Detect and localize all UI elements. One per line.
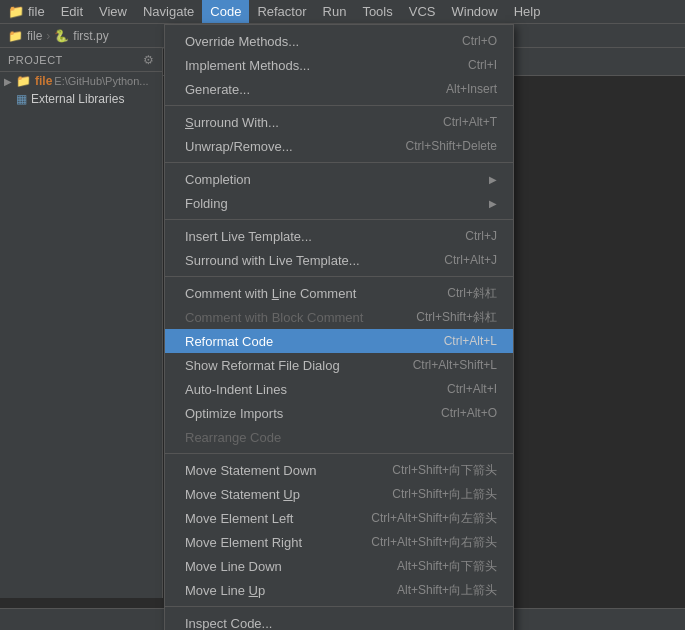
menu-item-label: Generate...: [185, 82, 250, 97]
menu-item-shortcut: Ctrl+I: [468, 58, 497, 72]
menu-item-move-element-right[interactable]: Move Element Right Ctrl+Alt+Shift+向右箭头: [165, 530, 513, 554]
menu-item-shortcut: Ctrl+Shift+向上箭头: [392, 486, 497, 503]
menu-item-move-line-down[interactable]: Move Line Down Alt+Shift+向下箭头: [165, 554, 513, 578]
menu-sep-1: [165, 105, 513, 106]
menu-item-auto-indent[interactable]: Auto-Indent Lines Ctrl+Alt+I: [165, 377, 513, 401]
menu-item-implement-methods[interactable]: Implement Methods... Ctrl+I: [165, 53, 513, 77]
menu-item-label: Unwrap/Remove...: [185, 139, 293, 154]
menu-sep-4: [165, 276, 513, 277]
menu-sep-5: [165, 453, 513, 454]
menu-item-folding[interactable]: Folding ▶: [165, 191, 513, 215]
menu-item-move-element-left[interactable]: Move Element Left Ctrl+Alt+Shift+向左箭头: [165, 506, 513, 530]
menu-item-shortcut: Ctrl+Alt+I: [447, 382, 497, 396]
menu-item-shortcut: Alt+Shift+向下箭头: [397, 558, 497, 575]
menu-item-shortcut: Alt+Insert: [446, 82, 497, 96]
menu-item-shortcut: Ctrl+Alt+Shift+L: [413, 358, 497, 372]
menu-item-label: Move Line Down: [185, 559, 282, 574]
menu-item-shortcut: Ctrl+Alt+Shift+向右箭头: [371, 534, 497, 551]
submenu-arrow-icon: ▶: [489, 198, 497, 209]
menu-sep-3: [165, 219, 513, 220]
menu-item-label: Surround With...: [185, 115, 279, 130]
menu-item-label: Reformat Code: [185, 334, 273, 349]
menu-item-override-methods[interactable]: Override Methods... Ctrl+O: [165, 29, 513, 53]
menu-item-shortcut: Ctrl+Shift+Delete: [406, 139, 497, 153]
menu-item-label: Implement Methods...: [185, 58, 310, 73]
menu-item-show-reformat-dialog[interactable]: Show Reformat File Dialog Ctrl+Alt+Shift…: [165, 353, 513, 377]
menu-item-shortcut: Ctrl+Alt+J: [444, 253, 497, 267]
menu-item-surround-with[interactable]: Surround With... Ctrl+Alt+T: [165, 110, 513, 134]
menu-item-inspect-code[interactable]: Inspect Code...: [165, 611, 513, 630]
menu-item-label: Completion: [185, 172, 251, 187]
menu-item-shortcut: Ctrl+Alt+T: [443, 115, 497, 129]
menu-item-rearrange-code: Rearrange Code: [165, 425, 513, 449]
menu-item-shortcut: Ctrl+Alt+Shift+向左箭头: [371, 510, 497, 527]
menu-item-shortcut: Ctrl+O: [462, 34, 497, 48]
menu-item-label: Folding: [185, 196, 228, 211]
menu-item-label: Auto-Indent Lines: [185, 382, 287, 397]
menu-item-shortcut: Ctrl+Shift+斜杠: [416, 309, 497, 326]
menu-item-label: Move Element Right: [185, 535, 302, 550]
menu-item-insert-live-template[interactable]: Insert Live Template... Ctrl+J: [165, 224, 513, 248]
menu-item-surround-live-template[interactable]: Surround with Live Template... Ctrl+Alt+…: [165, 248, 513, 272]
menu-item-shortcut: Ctrl+J: [465, 229, 497, 243]
menu-item-move-statement-up[interactable]: Move Statement Up Ctrl+Shift+向上箭头: [165, 482, 513, 506]
menu-item-label: Optimize Imports: [185, 406, 283, 421]
menu-sep-2: [165, 162, 513, 163]
menu-item-shortcut: Ctrl+Alt+L: [444, 334, 497, 348]
menu-item-label: Move Statement Down: [185, 463, 317, 478]
menu-item-label: Rearrange Code: [185, 430, 281, 445]
menu-item-label: Surround with Live Template...: [185, 253, 360, 268]
menu-item-label: Insert Live Template...: [185, 229, 312, 244]
menu-item-generate[interactable]: Generate... Alt+Insert: [165, 77, 513, 101]
menu-item-move-line-up[interactable]: Move Line Up Alt+Shift+向上箭头: [165, 578, 513, 602]
code-menu-dropdown: Override Methods... Ctrl+O Implement Met…: [164, 24, 514, 630]
menu-item-label: Override Methods...: [185, 34, 299, 49]
menu-item-shortcut: Ctrl+Shift+向下箭头: [392, 462, 497, 479]
menu-item-label: Move Line Up: [185, 583, 265, 598]
menu-item-label: Show Reformat File Dialog: [185, 358, 340, 373]
menu-item-label: Move Statement Up: [185, 487, 300, 502]
menu-item-shortcut: Alt+Shift+向上箭头: [397, 582, 497, 599]
menu-item-unwrap[interactable]: Unwrap/Remove... Ctrl+Shift+Delete: [165, 134, 513, 158]
menu-sep-6: [165, 606, 513, 607]
menu-item-label: Comment with Line Comment: [185, 286, 356, 301]
menu-item-move-statement-down[interactable]: Move Statement Down Ctrl+Shift+向下箭头: [165, 458, 513, 482]
submenu-arrow-icon: ▶: [489, 174, 497, 185]
menu-item-label: Inspect Code...: [185, 616, 272, 631]
menu-item-optimize-imports[interactable]: Optimize Imports Ctrl+Alt+O: [165, 401, 513, 425]
menu-item-label: Move Element Left: [185, 511, 293, 526]
menu-item-comment-line[interactable]: Comment with Line Comment Ctrl+斜杠: [165, 281, 513, 305]
menu-item-completion[interactable]: Completion ▶: [165, 167, 513, 191]
menu-item-reformat-code[interactable]: Reformat Code Ctrl+Alt+L: [165, 329, 513, 353]
dropdown-overlay: Override Methods... Ctrl+O Implement Met…: [0, 0, 685, 630]
menu-item-shortcut: Ctrl+斜杠: [447, 285, 497, 302]
menu-item-shortcut: Ctrl+Alt+O: [441, 406, 497, 420]
menu-item-comment-block: Comment with Block Comment Ctrl+Shift+斜杠: [165, 305, 513, 329]
menu-item-label: Comment with Block Comment: [185, 310, 363, 325]
